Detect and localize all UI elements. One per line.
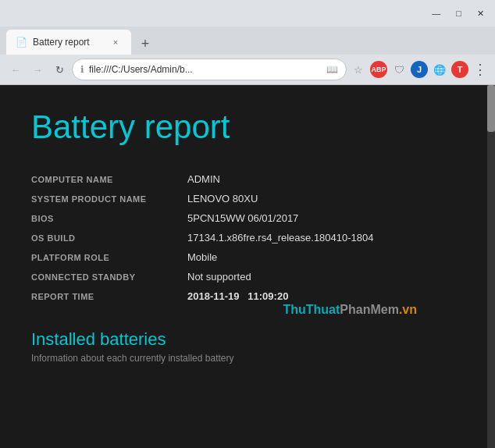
- url-text: file:///C:/Users/Admin/b...: [89, 64, 322, 75]
- title-bar: — □ ✕: [0, 0, 495, 27]
- read-mode-icon: 📖: [326, 64, 338, 75]
- new-tab-button[interactable]: +: [134, 33, 156, 55]
- field-value: Mobile: [187, 247, 456, 267]
- table-row: BIOS 5PCN15WW 06/01/2017: [31, 208, 456, 228]
- table-row: CONNECTED STANDBY Not supported: [31, 267, 456, 286]
- toolbar-icons: ☆ ABP 🛡 J 🌐 T ⋮: [350, 61, 489, 78]
- url-box[interactable]: ℹ file:///C:/Users/Admin/b... 📖: [72, 59, 347, 80]
- field-value: 17134.1.x86fre.rs4_release.180410-1804: [187, 228, 456, 247]
- address-bar: ← → ↻ ℹ file:///C:/Users/Admin/b... 📖 ☆ …: [0, 55, 495, 84]
- back-button[interactable]: ←: [6, 60, 25, 79]
- field-label: OS BUILD: [31, 228, 187, 247]
- table-row: SYSTEM PRODUCT NAME LENOVO 80XU: [31, 189, 456, 208]
- t-extension-icon[interactable]: T: [451, 61, 468, 78]
- j-extension-icon[interactable]: J: [411, 61, 428, 78]
- inner-content: Battery report COMPUTER NAME ADMIN SYSTE…: [0, 85, 487, 379]
- active-tab[interactable]: 📄 Battery report ×: [6, 30, 131, 55]
- table-row: COMPUTER NAME ADMIN: [31, 169, 456, 189]
- section-title: Installed batteries: [31, 329, 456, 350]
- table-row: PLATFORM ROLE Mobile: [31, 247, 456, 267]
- installed-batteries-section: Installed batteries Information about ea…: [31, 329, 456, 364]
- page-content: Battery report COMPUTER NAME ADMIN SYSTE…: [0, 85, 495, 448]
- table-row: OS BUILD 17134.1.x86fre.rs4_release.1804…: [31, 228, 456, 247]
- tab-title: Battery report: [33, 37, 90, 48]
- info-icon: ℹ: [80, 64, 84, 75]
- field-label: BIOS: [31, 208, 187, 228]
- field-value: 2018-11-19 11:09:20: [187, 286, 456, 306]
- field-value: 5PCN15WW 06/01/2017: [187, 208, 456, 228]
- field-label: CONNECTED STANDBY: [31, 267, 187, 286]
- page-title: Battery report: [31, 108, 456, 146]
- field-label: PLATFORM ROLE: [31, 247, 187, 267]
- adblock-icon[interactable]: ABP: [370, 61, 387, 78]
- bookmark-icon[interactable]: ☆: [350, 61, 367, 78]
- field-value: LENOVO 80XU: [187, 189, 456, 208]
- refresh-button[interactable]: ↻: [50, 60, 69, 79]
- field-label: COMPUTER NAME: [31, 169, 187, 189]
- vertical-scrollbar[interactable]: [487, 85, 495, 448]
- browser-chrome: — □ ✕ 📄 Battery report × + ← → ↻ ℹ file:…: [0, 0, 495, 85]
- close-button[interactable]: ✕: [472, 7, 489, 20]
- forward-button[interactable]: →: [28, 60, 47, 79]
- field-value: ADMIN: [187, 169, 456, 189]
- minimize-button[interactable]: —: [427, 7, 445, 20]
- field-label: SYSTEM PRODUCT NAME: [31, 189, 187, 208]
- window-controls: — □ ✕: [427, 7, 489, 20]
- field-label: REPORT TIME: [31, 286, 187, 306]
- tab-page-icon: 📄: [16, 37, 27, 48]
- tab-bar: 📄 Battery report × +: [0, 27, 495, 55]
- shield-icon[interactable]: 🛡: [390, 61, 408, 78]
- globe-icon[interactable]: 🌐: [431, 61, 448, 78]
- field-value: Not supported: [187, 267, 456, 286]
- tab-close-button[interactable]: ×: [109, 36, 122, 48]
- scrollbar-thumb[interactable]: [487, 85, 495, 132]
- maximize-button[interactable]: □: [451, 7, 466, 20]
- info-table: COMPUTER NAME ADMIN SYSTEM PRODUCT NAME …: [31, 169, 456, 306]
- section-subtitle: Information about each currently install…: [31, 353, 456, 364]
- table-row: REPORT TIME 2018-11-19 11:09:20: [31, 286, 456, 306]
- menu-button[interactable]: ⋮: [472, 61, 489, 78]
